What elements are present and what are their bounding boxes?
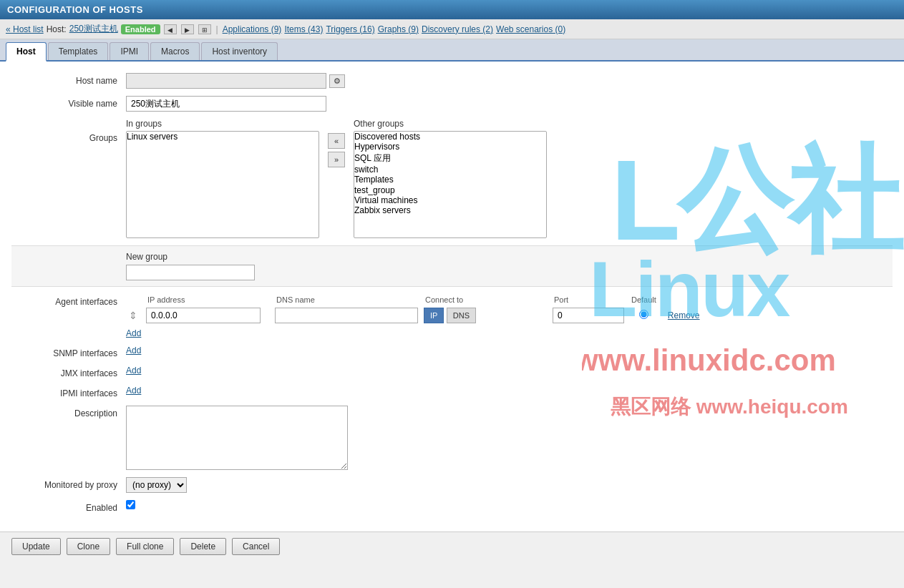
icon-btn-3[interactable]: ⊞ bbox=[198, 24, 211, 34]
agent-interfaces-label: Agent interfaces bbox=[11, 294, 126, 307]
host-name-label: Host name bbox=[11, 73, 126, 86]
arrow-right-btn[interactable]: » bbox=[328, 152, 345, 167]
default-radio[interactable] bbox=[639, 310, 648, 319]
dns-name-input[interactable] bbox=[275, 308, 418, 323]
new-group-section: New group bbox=[11, 245, 893, 287]
jmx-interfaces-label: JMX interfaces bbox=[11, 366, 126, 378]
bottom-bar: Update Clone Full clone Delete Cancel bbox=[0, 531, 904, 561]
full-clone-button[interactable]: Full clone bbox=[116, 538, 174, 555]
tabs: Host Templates IPMI Macros Host inventor… bbox=[0, 39, 904, 62]
enabled-row: Enabled bbox=[11, 500, 893, 513]
snmp-interfaces-row: SNMP interfaces Add bbox=[11, 346, 893, 358]
remove-link[interactable]: Remove bbox=[664, 310, 700, 320]
other-groups-list[interactable]: Discovered hosts Hypervisors SQL 应用 swit… bbox=[354, 131, 547, 238]
tab-macros[interactable]: Macros bbox=[150, 42, 200, 60]
host-name-icon: ⚙ bbox=[329, 74, 345, 88]
other-groups-label: Other groups bbox=[354, 119, 547, 129]
web-scenarios-link[interactable]: Web scenarios (0) bbox=[496, 24, 565, 34]
host-name-input[interactable] bbox=[126, 73, 326, 89]
nav-bar: « Host list Host: 250测试主机 Enabled ◀ ▶ ⊞ … bbox=[0, 19, 904, 39]
tab-host[interactable]: Host bbox=[6, 42, 47, 62]
arrow-left-btn[interactable]: « bbox=[328, 133, 345, 149]
interfaces-table: IP address DNS name Connect to Port Defa… bbox=[126, 294, 703, 325]
description-row: Description bbox=[11, 406, 893, 470]
cancel-button[interactable]: Cancel bbox=[232, 538, 280, 555]
main-content: Host name ⚙ Visible name Groups In group… bbox=[0, 62, 904, 531]
title-bar: CONFIGURATION OF HOSTS bbox=[0, 0, 904, 19]
in-groups-label: In groups bbox=[126, 119, 319, 129]
discovery-rules-link[interactable]: Discovery rules (2) bbox=[422, 24, 493, 34]
port-input[interactable] bbox=[553, 308, 624, 323]
ip-address-header: IP address bbox=[143, 294, 263, 305]
applications-link[interactable]: Applications (9) bbox=[223, 24, 282, 34]
jmx-interfaces-row: JMX interfaces Add bbox=[11, 366, 893, 378]
groups-label: Groups bbox=[11, 119, 126, 143]
ipmi-add-link[interactable]: Add bbox=[126, 386, 141, 396]
dns-name-header: DNS name bbox=[272, 294, 421, 305]
tab-ipmi[interactable]: IPMI bbox=[110, 42, 149, 60]
move-icon[interactable]: ⇕ bbox=[129, 310, 140, 321]
delete-button[interactable]: Delete bbox=[180, 538, 226, 555]
agent-add-link[interactable]: Add bbox=[126, 328, 141, 338]
jmx-add-link[interactable]: Add bbox=[126, 366, 141, 376]
triggers-link[interactable]: Triggers (16) bbox=[326, 24, 374, 34]
default-header: Default bbox=[627, 294, 661, 305]
clone-button[interactable]: Clone bbox=[67, 538, 110, 555]
visible-name-label: Visible name bbox=[11, 96, 126, 109]
dns-connect-btn[interactable]: DNS bbox=[447, 308, 476, 323]
ipmi-interfaces-row: IPMI interfaces Add bbox=[11, 386, 893, 398]
icon-btn-2[interactable]: ▶ bbox=[181, 24, 194, 34]
agent-interfaces-content: IP address DNS name Connect to Port Defa… bbox=[126, 294, 703, 338]
in-groups-list[interactable]: Linux servers bbox=[126, 131, 319, 238]
update-button[interactable]: Update bbox=[11, 538, 61, 555]
visible-name-row: Visible name bbox=[11, 96, 893, 112]
proxy-select[interactable]: (no proxy) bbox=[126, 477, 187, 493]
agent-interfaces-row: Agent interfaces IP address DNS name Con… bbox=[11, 294, 893, 338]
host-name-link[interactable]: 250测试主机 bbox=[69, 23, 118, 35]
port-header: Port bbox=[550, 294, 627, 305]
tab-templates[interactable]: Templates bbox=[48, 42, 109, 60]
proxy-row: Monitored by proxy (no proxy) bbox=[11, 477, 893, 493]
proxy-label: Monitored by proxy bbox=[11, 477, 126, 490]
groups-container: In groups Linux servers « » Other groups… bbox=[126, 119, 547, 238]
ipmi-interfaces-label: IPMI interfaces bbox=[11, 386, 126, 398]
connect-to-header: Connect to bbox=[421, 294, 550, 305]
new-group-label: New group bbox=[126, 252, 881, 262]
enabled-checkbox[interactable] bbox=[126, 500, 135, 509]
icon-btn-1[interactable]: ◀ bbox=[164, 24, 177, 34]
enabled-badge: Enabled bbox=[121, 24, 160, 34]
interface-row: ⇕ IP DNS bbox=[126, 305, 703, 325]
enabled-label: Enabled bbox=[11, 500, 126, 513]
host-list-link[interactable]: « Host list bbox=[6, 24, 44, 34]
ip-address-input[interactable] bbox=[146, 308, 261, 323]
host-label: Host: bbox=[47, 24, 67, 34]
ip-connect-btn[interactable]: IP bbox=[424, 308, 444, 323]
items-link[interactable]: Items (43) bbox=[284, 24, 323, 34]
graphs-link[interactable]: Graphs (9) bbox=[378, 24, 419, 34]
new-group-input[interactable] bbox=[126, 265, 255, 280]
snmp-interfaces-label: SNMP interfaces bbox=[11, 346, 126, 358]
description-label: Description bbox=[11, 406, 126, 418]
description-textarea[interactable] bbox=[126, 406, 348, 470]
host-name-row: Host name ⚙ bbox=[11, 73, 893, 89]
snmp-add-link[interactable]: Add bbox=[126, 346, 141, 356]
title-text: CONFIGURATION OF HOSTS bbox=[7, 4, 143, 15]
visible-name-input[interactable] bbox=[126, 96, 326, 112]
tab-host-inventory[interactable]: Host inventory bbox=[201, 42, 278, 60]
groups-row: Groups In groups Linux servers « » Other… bbox=[11, 119, 893, 238]
